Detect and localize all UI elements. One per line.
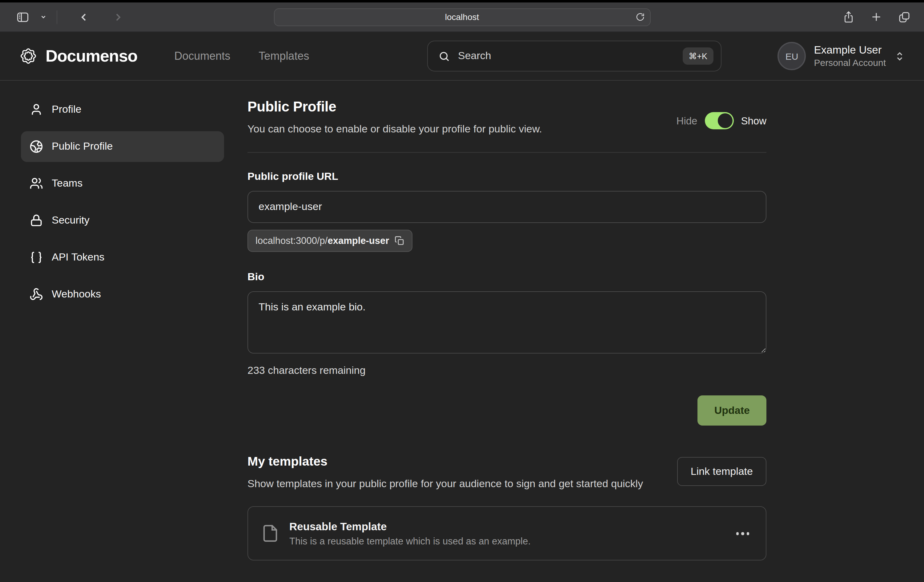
characters-remaining: 233 characters remaining bbox=[248, 365, 766, 377]
bio-field-label: Bio bbox=[248, 271, 766, 283]
sidebar-item-webhooks[interactable]: Webhooks bbox=[21, 279, 224, 310]
chevron-down-icon[interactable] bbox=[38, 8, 48, 26]
copy-icon[interactable] bbox=[394, 236, 404, 246]
window: localhost Documenso Do bbox=[0, 0, 924, 582]
sidebar-item-label: Security bbox=[52, 214, 89, 227]
sidebar-item-label: Teams bbox=[52, 177, 82, 190]
sidebar-item-label: API Tokens bbox=[52, 251, 104, 264]
lock-icon bbox=[30, 214, 43, 227]
user-name: Example User bbox=[814, 43, 886, 57]
braces-icon bbox=[30, 251, 43, 264]
nav-templates[interactable]: Templates bbox=[259, 50, 309, 63]
reload-icon[interactable] bbox=[635, 13, 644, 21]
app-header: Documenso Documents Templates ⌘+K EU Exa… bbox=[0, 32, 924, 81]
address-bar[interactable]: localhost bbox=[274, 8, 650, 26]
forward-button[interactable] bbox=[109, 8, 127, 26]
public-profile-settings: Public Profile You can choose to enable … bbox=[248, 81, 766, 561]
toggle-hide-label: Hide bbox=[676, 115, 698, 127]
back-button[interactable] bbox=[74, 8, 93, 26]
account-menu[interactable]: EU Example User Personal Account bbox=[778, 42, 905, 70]
profile-url-preview[interactable]: localhost:3000/p/example-user bbox=[248, 230, 412, 252]
search-input[interactable] bbox=[458, 50, 682, 62]
account-type: Personal Account bbox=[814, 57, 886, 69]
file-icon bbox=[261, 524, 279, 543]
brand-logo[interactable]: Documenso bbox=[19, 46, 137, 66]
url-preview-text: localhost:3000/p/example-user bbox=[256, 235, 389, 246]
users-icon bbox=[30, 177, 43, 190]
section-divider bbox=[248, 152, 766, 153]
webhook-icon bbox=[30, 288, 43, 301]
template-card: Reusable Template This is a reusable tem… bbox=[248, 506, 766, 561]
update-button[interactable]: Update bbox=[698, 395, 766, 426]
search-shortcut-badge: ⌘+K bbox=[682, 48, 713, 64]
browser-toolbar: localhost bbox=[0, 2, 924, 32]
nav-documents[interactable]: Documents bbox=[174, 50, 230, 63]
user-icon bbox=[30, 103, 43, 116]
new-tab-icon[interactable] bbox=[870, 11, 882, 23]
chevrons-up-down-icon bbox=[894, 51, 905, 61]
templates-section-description: Show templates in your public profile fo… bbox=[248, 476, 643, 493]
template-title: Reusable Template bbox=[289, 521, 531, 533]
sidebar-item-api-tokens[interactable]: API Tokens bbox=[21, 242, 224, 273]
sidebar-item-public-profile[interactable]: Public Profile bbox=[21, 131, 224, 162]
top-nav: Documents Templates bbox=[174, 50, 309, 63]
tab-overview-icon[interactable] bbox=[898, 11, 911, 23]
search-box[interactable]: ⌘+K bbox=[427, 41, 721, 71]
sidebar-item-security[interactable]: Security bbox=[21, 205, 224, 236]
sidebar-item-label: Public Profile bbox=[52, 141, 113, 153]
sidebar-toggle-icon[interactable] bbox=[13, 8, 32, 26]
template-description: This is a reusable template which is use… bbox=[289, 536, 531, 547]
avatar: EU bbox=[778, 42, 806, 70]
sidebar-item-teams[interactable]: Teams bbox=[21, 168, 224, 199]
sidebar-item-label: Profile bbox=[52, 104, 81, 116]
share-icon[interactable] bbox=[843, 10, 855, 23]
settings-sidebar: Profile Public Profile Teams Security AP… bbox=[0, 81, 248, 316]
sidebar-item-profile[interactable]: Profile bbox=[21, 94, 224, 125]
brand-name: Documenso bbox=[46, 46, 137, 66]
globe-icon bbox=[30, 140, 43, 153]
templates-section-title: My templates bbox=[248, 454, 643, 469]
search-icon bbox=[438, 50, 450, 62]
documenso-logo-icon bbox=[19, 47, 38, 65]
window-top-edge bbox=[0, 0, 924, 2]
template-options-menu[interactable] bbox=[732, 528, 753, 539]
toggle-show-label: Show bbox=[741, 115, 766, 127]
toolbar-divider bbox=[57, 10, 57, 24]
toggle-knob bbox=[718, 113, 732, 128]
address-url: localhost bbox=[445, 12, 479, 22]
link-template-button[interactable]: Link template bbox=[677, 457, 766, 486]
visibility-toggle[interactable] bbox=[705, 112, 733, 129]
profile-url-input[interactable] bbox=[248, 191, 766, 223]
bio-textarea[interactable]: This is an example bio. bbox=[248, 291, 766, 354]
url-field-label: Public profile URL bbox=[248, 170, 766, 183]
sidebar-item-label: Webhooks bbox=[52, 288, 101, 301]
